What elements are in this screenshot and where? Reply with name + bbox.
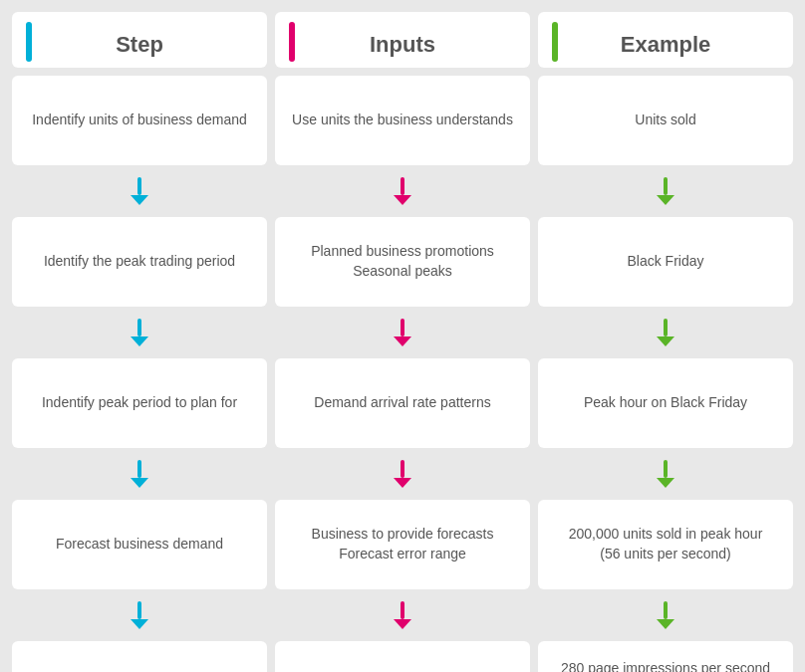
example-row1: Units sold <box>538 76 793 165</box>
step-row4: Forecast business demand <box>12 500 267 589</box>
arrow-head-2 <box>131 336 148 346</box>
arrow-pink-3 <box>394 460 411 488</box>
arrow-green-1 <box>657 177 674 205</box>
inputs-row3-text: Demand arrival rate patterns <box>314 393 490 413</box>
arrow-blue-3 <box>131 460 148 488</box>
arrow-line-2 <box>137 319 141 336</box>
step-row3: Indentify peak period to plan for <box>12 358 267 448</box>
step-row1-text: Indentify units of business demand <box>32 111 247 130</box>
example-row3: Peak hour on Black Friday <box>538 358 793 448</box>
arrow-head-green-1 <box>657 195 674 205</box>
arrow-inputs-2 <box>275 315 530 350</box>
arrow-inputs-4 <box>275 597 530 633</box>
main-container: Step Inputs Example Indentify units of b… <box>0 0 805 672</box>
content-grid: Step Inputs Example Indentify units of b… <box>12 12 793 672</box>
arrow-example-2 <box>538 315 793 350</box>
step-row1: Indentify units of business demand <box>12 76 267 165</box>
step-row5: Forecast technical demand <box>12 641 267 672</box>
step-row4-text: Forecast business demand <box>56 535 223 555</box>
inputs-row5: Forecast for each technical component <box>275 641 530 672</box>
arrow-pink-1 <box>394 177 411 205</box>
header-inputs-label: Inputs <box>370 32 435 58</box>
arrow-head-green-2 <box>657 336 674 346</box>
arrow-line-green-1 <box>664 177 668 195</box>
arrow-line-green-3 <box>664 460 668 478</box>
arrow-head-3 <box>131 478 148 488</box>
arrow-example-4 <box>538 597 793 633</box>
arrow-line-pink-1 <box>401 177 404 195</box>
example-row1-text: Units sold <box>635 111 695 130</box>
arrow-line-1 <box>137 177 141 195</box>
arrow-example-1 <box>538 173 793 209</box>
arrow-line-4 <box>137 601 141 619</box>
inputs-bar <box>289 22 295 62</box>
arrow-head-4 <box>131 619 148 629</box>
arrow-step-2 <box>12 315 267 350</box>
arrow-blue-1 <box>131 177 148 205</box>
arrow-line-pink-2 <box>401 319 404 336</box>
arrow-step-1 <box>12 173 267 209</box>
arrow-blue-2 <box>131 319 148 346</box>
arrow-head-pink-1 <box>394 195 411 205</box>
inputs-row4-text: Business to provide forecasts Forecast e… <box>312 525 494 563</box>
inputs-row2: Planned business promotions Seasonal pea… <box>275 217 530 307</box>
arrow-inputs-3 <box>275 456 530 492</box>
arrow-line-green-2 <box>664 319 668 336</box>
example-bar <box>552 22 558 62</box>
arrow-green-4 <box>657 601 674 629</box>
arrow-blue-4 <box>131 601 148 629</box>
arrow-head-pink-2 <box>394 336 411 346</box>
example-row2-text: Black Friday <box>627 252 703 272</box>
arrow-inputs-1 <box>275 173 530 209</box>
inputs-row4: Business to provide forecasts Forecast e… <box>275 500 530 589</box>
example-row5-text: 280 page impressions per second 60 credi… <box>550 659 781 672</box>
arrow-example-3 <box>538 456 793 492</box>
example-row4-text: 200,000 units sold in peak hour (56 unit… <box>569 525 763 563</box>
arrow-head-pink-4 <box>394 619 411 629</box>
arrow-line-3 <box>137 460 141 478</box>
arrow-step-4 <box>12 597 267 633</box>
header-inputs: Inputs <box>275 12 530 68</box>
header-step-label: Step <box>116 32 163 58</box>
step-row2: Identify the peak trading period <box>12 217 267 307</box>
inputs-row1-text: Use units the business understands <box>292 111 513 130</box>
arrow-line-pink-4 <box>401 601 404 619</box>
example-row5: 280 page impressions per second 60 credi… <box>538 641 793 672</box>
arrow-pink-2 <box>394 319 411 346</box>
example-row4: 200,000 units sold in peak hour (56 unit… <box>538 500 793 589</box>
arrow-green-3 <box>657 460 674 488</box>
arrow-pink-4 <box>394 601 411 629</box>
inputs-row3: Demand arrival rate patterns <box>275 358 530 448</box>
arrow-line-green-4 <box>664 601 668 619</box>
header-example: Example <box>538 12 793 68</box>
header-example-label: Example <box>621 32 711 58</box>
arrow-head-1 <box>131 195 148 205</box>
inputs-row2-text: Planned business promotions Seasonal pea… <box>311 242 494 281</box>
example-row2: Black Friday <box>538 217 793 307</box>
arrow-green-2 <box>657 319 674 346</box>
arrow-head-pink-3 <box>394 478 411 488</box>
inputs-row1: Use units the business understands <box>275 76 530 165</box>
arrow-step-3 <box>12 456 267 492</box>
arrow-line-pink-3 <box>401 460 404 478</box>
step-row2-text: Identify the peak trading period <box>44 252 235 272</box>
arrow-head-green-3 <box>657 478 674 488</box>
step-bar <box>26 22 32 62</box>
step-row3-text: Indentify peak period to plan for <box>42 393 237 413</box>
example-row3-text: Peak hour on Black Friday <box>584 393 747 413</box>
header-step: Step <box>12 12 267 68</box>
arrow-head-green-4 <box>657 619 674 629</box>
